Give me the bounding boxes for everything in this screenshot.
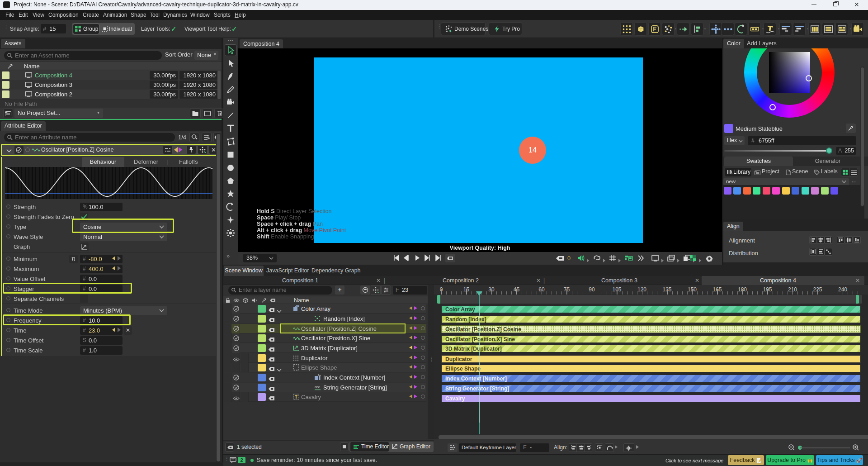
svg-text:abc: abc bbox=[315, 385, 320, 389]
